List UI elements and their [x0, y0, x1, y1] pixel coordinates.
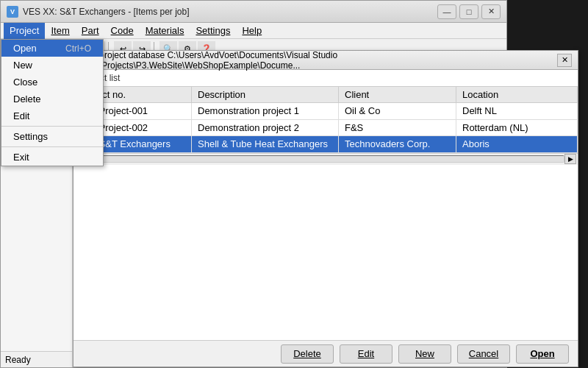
cell-location: Delft NL [456, 103, 578, 120]
table-row[interactable]: S&T ExchangersShell & Tube Heat Exchange… [74, 136, 578, 153]
dropdown-new-label: New [13, 60, 32, 71]
menu-bar: Project Item Part Code Materials Setting… [1, 23, 506, 39]
status-text: Ready [5, 355, 31, 365]
col-header-description[interactable]: Description [192, 87, 339, 103]
status-bar: Ready [1, 351, 73, 367]
menu-help[interactable]: Help [236, 23, 268, 39]
edit-button[interactable]: Edit [340, 344, 392, 364]
app-icon: V [7, 6, 18, 18]
cell-client: F&S [339, 119, 456, 136]
project-dropdown-menu: Open Ctrl+O New Close Delete Edit Settin… [1, 39, 104, 166]
dropdown-delete-label: Delete [13, 93, 41, 105]
popup-button-bar: Delete Edit New Cancel Open [74, 340, 578, 367]
col-header-client[interactable]: Client [339, 87, 456, 103]
popup-close-button[interactable]: ✕ [557, 54, 572, 67]
table-row[interactable]: Project-002Demonstration project 2F&SRot… [74, 119, 578, 136]
window-title: VES XX: S&T Exchangers - [Items per job] [23, 7, 190, 17]
cell-client: Technovaders Corp. [339, 136, 456, 153]
dropdown-edit[interactable]: Edit [1, 107, 103, 124]
scrollbar-track[interactable] [87, 155, 564, 163]
edit-button-label: Edit [358, 348, 374, 359]
popup-title-bar: VES project database C:\Users\AvdVoet\Do… [74, 51, 578, 70]
new-button-label: New [415, 348, 434, 359]
dropdown-new[interactable]: New [1, 57, 103, 74]
dropdown-close[interactable]: Close [1, 74, 103, 91]
menu-part[interactable]: Part [76, 23, 105, 39]
dropdown-settings[interactable]: Settings [1, 128, 103, 145]
popup-section-label: Project list [74, 70, 578, 86]
cell-client: Oil & Co [339, 103, 456, 120]
dropdown-close-label: Close [13, 77, 37, 88]
project-popup: VES project database C:\Users\AvdVoet\Do… [73, 50, 578, 367]
menu-settings[interactable]: Settings [190, 23, 236, 39]
dropdown-open-label: Open [13, 43, 37, 54]
cell-description: Demonstration project 1 [192, 103, 339, 120]
menu-project[interactable]: Project [4, 23, 45, 39]
dropdown-open-shortcut: Ctrl+O [65, 43, 91, 54]
menu-item[interactable]: Item [45, 23, 75, 39]
popup-title: VES project database C:\Users\AvdVoet\Do… [79, 50, 557, 71]
maximize-button[interactable]: □ [459, 4, 478, 19]
title-bar-left: V VES XX: S&T Exchangers - [Items per jo… [7, 6, 190, 18]
close-window-button[interactable]: ✕ [481, 4, 501, 19]
minimize-button[interactable]: — [437, 4, 456, 19]
cancel-button-label: Cancel [469, 348, 498, 359]
title-bar: V VES XX: S&T Exchangers - [Items per jo… [1, 1, 506, 23]
popup-scrollbar[interactable]: ◀ ▶ [74, 153, 578, 165]
dropdown-delete[interactable]: Delete [1, 91, 103, 107]
dropdown-separator [1, 126, 103, 127]
cell-location: Aboris [456, 136, 578, 153]
dropdown-exit[interactable]: Exit [1, 149, 103, 166]
dropdown-settings-label: Settings [13, 131, 48, 142]
project-table: Project no. Description Client Location … [74, 86, 578, 153]
menu-materials[interactable]: Materials [140, 23, 190, 39]
delete-button-label: Delete [293, 348, 321, 359]
dropdown-exit-label: Exit [13, 152, 29, 163]
cancel-button[interactable]: Cancel [457, 344, 510, 364]
scroll-right-arrow[interactable]: ▶ [564, 154, 576, 164]
dropdown-edit-label: Edit [13, 110, 29, 121]
new-button[interactable]: New [398, 344, 451, 364]
open-button-label: Open [530, 348, 554, 359]
table-row[interactable]: Project-001Demonstration project 1Oil & … [74, 103, 578, 120]
cell-location: Rotterdam (NL) [456, 119, 578, 136]
cell-description: Demonstration project 2 [192, 119, 339, 136]
delete-button[interactable]: Delete [281, 344, 334, 364]
dropdown-open[interactable]: Open Ctrl+O [1, 40, 103, 57]
title-buttons: — □ ✕ [437, 4, 501, 19]
dropdown-separator-2 [1, 146, 103, 147]
open-button[interactable]: Open [516, 344, 569, 364]
main-window: V VES XX: S&T Exchangers - [Items per jo… [0, 0, 507, 368]
project-table-container[interactable]: Project no. Description Client Location … [74, 86, 578, 153]
menu-code[interactable]: Code [105, 23, 140, 39]
col-header-location[interactable]: Location [456, 87, 578, 103]
cell-description: Shell & Tube Heat Exchangers [192, 136, 339, 153]
